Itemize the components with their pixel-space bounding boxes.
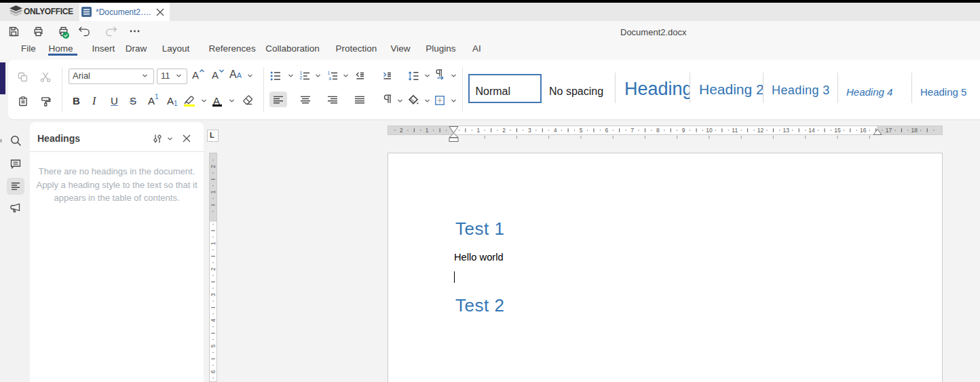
svg-text:6: 6 xyxy=(210,370,216,373)
svg-text:8: 8 xyxy=(656,127,660,134)
svg-text:3: 3 xyxy=(528,127,531,134)
svg-text:1: 1 xyxy=(299,71,302,75)
svg-text:1: 1 xyxy=(476,127,480,134)
svg-text:6: 6 xyxy=(605,127,608,134)
svg-text:1: 1 xyxy=(327,71,330,75)
svg-text:5: 5 xyxy=(580,127,583,134)
svg-text:1: 1 xyxy=(426,127,429,134)
svg-text:15: 15 xyxy=(834,127,841,134)
svg-text:9: 9 xyxy=(682,127,685,134)
svg-text:11: 11 xyxy=(732,127,738,134)
svg-text:13: 13 xyxy=(783,127,790,134)
svg-text:16: 16 xyxy=(860,127,867,134)
svg-text:2: 2 xyxy=(400,127,403,134)
svg-text:1: 1 xyxy=(210,242,216,245)
svg-text:12: 12 xyxy=(757,127,764,134)
svg-text:5: 5 xyxy=(210,344,216,347)
svg-text:3: 3 xyxy=(210,293,216,297)
svg-text:2: 2 xyxy=(299,75,302,80)
svg-text:14: 14 xyxy=(808,127,815,134)
svg-text:2: 2 xyxy=(502,127,506,134)
svg-text:4: 4 xyxy=(554,127,557,134)
svg-text:4: 4 xyxy=(210,319,216,322)
svg-text:7: 7 xyxy=(630,127,634,134)
svg-text:a: a xyxy=(328,76,331,81)
svg-text:10: 10 xyxy=(706,127,713,134)
svg-text:17: 17 xyxy=(886,127,892,134)
svg-text:1: 1 xyxy=(210,191,216,194)
svg-text:2: 2 xyxy=(210,165,216,168)
svg-text:2: 2 xyxy=(210,267,216,271)
svg-text:18: 18 xyxy=(911,127,918,134)
